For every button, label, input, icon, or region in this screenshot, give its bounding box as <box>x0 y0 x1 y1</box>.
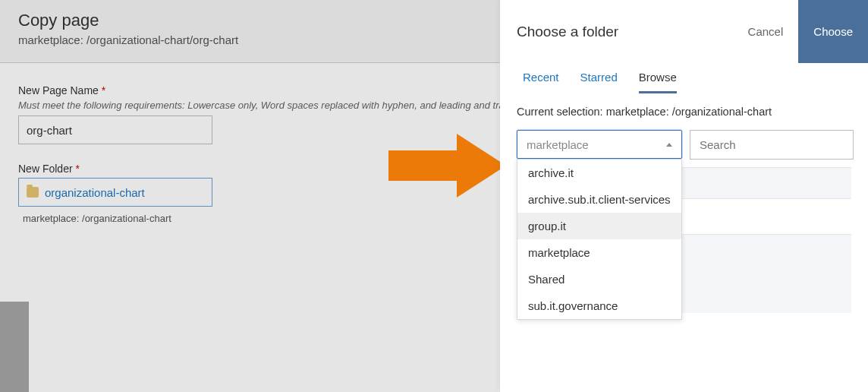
callout-arrow-icon <box>381 128 510 204</box>
search-input[interactable] <box>690 130 854 160</box>
site-dropdown[interactable]: marketplace archive.itarchive.sub.it.cli… <box>517 130 682 160</box>
panel-header: Choose a folder Cancel Choose <box>500 0 868 63</box>
background-light-strip <box>29 302 500 392</box>
label-text: New Page Name <box>18 84 99 96</box>
current-selection: Current selection: marketplace: /organiz… <box>500 93 868 130</box>
tab-recent[interactable]: Recent <box>523 71 559 93</box>
folder-chooser-panel: Choose a folder Cancel Choose Recent Sta… <box>500 0 868 392</box>
panel-tabs: Recent Starred Browse <box>500 71 868 93</box>
dropdown-option[interactable]: sub.it.governance <box>517 292 681 319</box>
background-dark-strip <box>0 302 500 392</box>
selection-label: Current selection: <box>517 106 603 118</box>
tab-browse[interactable]: Browse <box>639 71 677 93</box>
choose-button[interactable]: Choose <box>798 0 868 63</box>
required-asterisk: * <box>75 163 79 175</box>
dropdown-option[interactable]: marketplace <box>517 239 681 266</box>
new-page-name-input[interactable] <box>18 115 212 144</box>
panel-title: Choose a folder <box>500 24 618 40</box>
svg-marker-0 <box>388 134 506 198</box>
tab-starred[interactable]: Starred <box>580 71 618 93</box>
folder-icon <box>27 187 39 198</box>
new-folder-value: organizational-chart <box>45 186 145 199</box>
dropdown-option[interactable]: archive.it <box>517 160 681 186</box>
dropdown-option[interactable]: archive.sub.it.client-services <box>517 186 681 213</box>
caret-up-icon <box>666 143 672 147</box>
new-folder-picker[interactable]: organizational-chart <box>18 178 212 207</box>
selection-value: marketplace: /organizational-chart <box>606 106 772 118</box>
site-dropdown-menu: archive.itarchive.sub.it.client-services… <box>517 159 682 320</box>
panel-actions: Cancel Choose <box>733 0 868 63</box>
dropdown-placeholder: marketplace <box>527 138 589 151</box>
cancel-button[interactable]: Cancel <box>733 0 799 63</box>
label-text: New Folder <box>18 163 73 175</box>
site-dropdown-toggle[interactable]: marketplace <box>517 130 682 159</box>
dropdown-option[interactable]: group.it <box>517 213 681 239</box>
required-asterisk: * <box>102 84 105 96</box>
dropdown-option[interactable]: Shared <box>517 266 681 292</box>
controls-row: marketplace archive.itarchive.sub.it.cli… <box>500 130 868 160</box>
